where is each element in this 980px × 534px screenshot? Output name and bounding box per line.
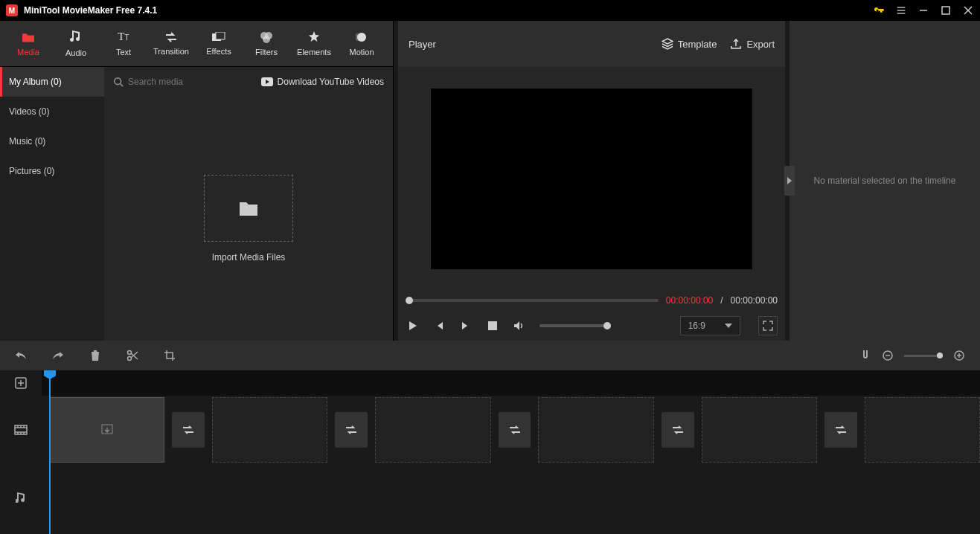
player-panel: Player Template Export 00:00:00:00 / 00:… [398, 21, 785, 341]
time-sep: / [720, 295, 723, 306]
template-button[interactable]: Template [662, 38, 717, 50]
zoom-out-button[interactable] [882, 350, 894, 361]
media-categories: My Album (0) Videos (0) Music (0) Pictur… [0, 67, 104, 341]
close-button[interactable] [962, 4, 974, 16]
split-button[interactable] [126, 350, 138, 361]
snap-button[interactable] [859, 350, 871, 361]
music-icon [70, 30, 82, 44]
category-pictures[interactable]: Pictures (0) [0, 156, 104, 186]
crop-button[interactable] [164, 350, 176, 361]
zoom-handle[interactable] [937, 353, 943, 358]
tab-effects[interactable]: Effects [195, 21, 243, 67]
clip-slot-add[interactable] [49, 397, 164, 463]
time-ruler[interactable] [42, 370, 980, 396]
tab-motion[interactable]: Motion [338, 21, 385, 67]
play-button[interactable] [406, 319, 419, 332]
tab-transition[interactable]: Transition [147, 21, 195, 67]
menu-icon[interactable] [895, 4, 907, 16]
download-youtube-link[interactable]: Download YouTube Videos [261, 77, 384, 87]
inspector-empty-text: No material selected on the timeline [814, 176, 956, 186]
export-icon [730, 38, 742, 50]
app-title: MiniTool MovieMaker Free 7.4.1 [24, 5, 873, 16]
transition-slot[interactable] [172, 412, 205, 448]
clip-slot[interactable] [538, 397, 653, 463]
add-track-button[interactable] [0, 370, 42, 396]
import-label: Import Media Files [212, 252, 286, 263]
tab-filters[interactable]: Filters [243, 21, 290, 67]
video-track-icon [0, 396, 42, 464]
video-track[interactable] [42, 396, 980, 464]
chevron-down-icon [725, 324, 732, 328]
aspect-ratio-select[interactable]: 16:9 [680, 316, 740, 335]
redo-button[interactable] [52, 350, 64, 361]
zoom-slider[interactable] [904, 355, 943, 357]
yt-label: Download YouTube Videos [278, 77, 384, 87]
tab-media[interactable]: Media [4, 21, 52, 67]
minimize-button[interactable] [917, 4, 929, 16]
preview-area [398, 67, 785, 290]
transition-slot[interactable] [335, 412, 368, 448]
timeline-toolbar [0, 341, 980, 370]
key-icon[interactable] [873, 4, 885, 16]
volume-handle[interactable] [603, 322, 611, 329]
import-media-box[interactable] [204, 175, 293, 242]
collapse-inspector-button[interactable] [784, 166, 795, 196]
clip-slot[interactable] [702, 397, 817, 463]
folder-add-icon [238, 199, 259, 217]
inspector-panel: No material selected on the timeline [790, 21, 980, 341]
transition-slot[interactable] [662, 412, 694, 448]
zoom-in-button[interactable] [953, 350, 965, 361]
svg-rect-4 [942, 7, 949, 14]
audio-track[interactable] [42, 464, 980, 533]
svg-rect-17 [488, 321, 497, 330]
time-current: 00:00:00:00 [666, 295, 713, 306]
audio-track-icon [0, 464, 42, 533]
fullscreen-button[interactable] [758, 316, 778, 335]
transition-slot[interactable] [824, 412, 857, 448]
layers-icon [662, 38, 673, 50]
category-music[interactable]: Music (0) [0, 126, 104, 156]
preview-canvas [431, 89, 752, 269]
timeline [0, 341, 980, 534]
transition-icon [164, 32, 178, 42]
tab-elements[interactable]: Elements [290, 21, 338, 67]
template-label: Template [678, 39, 717, 50]
search-input[interactable] [128, 77, 217, 87]
track-area[interactable] [42, 370, 980, 534]
category-my-album[interactable]: My Album (0) [0, 67, 104, 97]
export-button[interactable]: Export [730, 38, 775, 50]
export-label: Export [746, 39, 775, 50]
effects-icon [212, 32, 225, 42]
stop-button[interactable] [486, 319, 499, 332]
time-total: 00:00:00:00 [731, 295, 778, 306]
tab-text[interactable]: TT Text [100, 21, 147, 67]
filters-icon [260, 31, 273, 43]
scrub-bar[interactable] [406, 299, 659, 302]
clip-slot[interactable] [375, 397, 490, 463]
scrub-handle[interactable] [406, 297, 413, 304]
volume-button[interactable] [513, 319, 526, 332]
maximize-button[interactable] [940, 4, 952, 16]
transition-slot[interactable] [499, 412, 531, 448]
undo-button[interactable] [15, 350, 27, 361]
tab-label: Audio [65, 48, 86, 57]
delete-button[interactable] [89, 350, 101, 361]
tab-label: Text [116, 48, 131, 57]
category-videos[interactable]: Videos (0) [0, 97, 104, 126]
svg-point-14 [115, 78, 121, 85]
clip-slot[interactable] [865, 397, 980, 463]
search-wrap [113, 77, 255, 87]
prev-frame-button[interactable] [432, 319, 446, 332]
tab-label: Motion [349, 48, 374, 57]
folder-icon [21, 31, 36, 43]
tab-audio[interactable]: Audio [52, 21, 100, 67]
next-frame-button[interactable] [459, 319, 473, 332]
tab-label: Effects [206, 47, 231, 56]
main-toolbar: Media Audio TT Text Transition Effects F… [0, 21, 393, 67]
playhead-line [49, 370, 51, 534]
media-panel: Media Audio TT Text Transition Effects F… [0, 21, 394, 341]
motion-icon [356, 31, 368, 43]
svg-point-11 [263, 36, 270, 43]
volume-slider[interactable] [539, 324, 611, 327]
clip-slot[interactable] [212, 397, 327, 463]
